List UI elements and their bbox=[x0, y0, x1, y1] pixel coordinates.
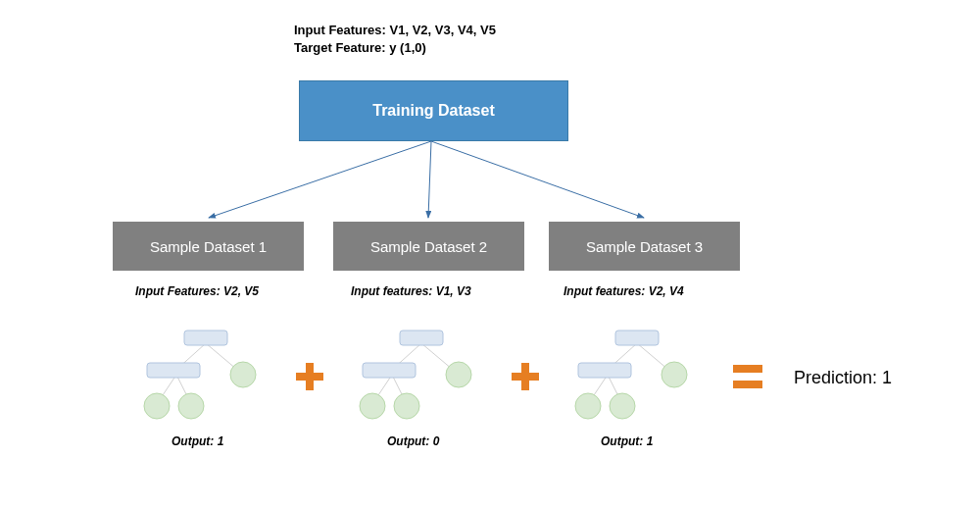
svg-point-27 bbox=[662, 362, 687, 387]
tree-3-output: Output: 1 bbox=[601, 434, 653, 448]
plus-icon bbox=[512, 363, 539, 390]
header-text: Input Features: V1, V2, V3, V4, V5 Targe… bbox=[294, 22, 496, 56]
tree-1-output: Output: 1 bbox=[172, 434, 223, 448]
training-dataset-box: Training Dataset bbox=[299, 80, 568, 141]
sample-dataset-1-box: Sample Dataset 1 bbox=[113, 222, 304, 271]
svg-rect-16 bbox=[400, 331, 443, 345]
sample-1-features: Input Features: V2, V5 bbox=[135, 284, 259, 298]
header-line2: Target Feature: y (1,0) bbox=[294, 39, 496, 57]
sample-dataset-3-box: Sample Dataset 3 bbox=[549, 222, 740, 271]
svg-point-29 bbox=[610, 393, 635, 419]
sample-3-features: Input features: V2, V4 bbox=[564, 284, 684, 298]
plus-icon bbox=[296, 363, 323, 390]
decision-tree-2 bbox=[353, 326, 490, 424]
svg-point-9 bbox=[230, 362, 256, 387]
header-line1: Input Features: V1, V2, V3, V4, V5 bbox=[294, 22, 496, 39]
svg-point-28 bbox=[575, 393, 601, 419]
svg-rect-25 bbox=[615, 331, 659, 345]
decision-tree-1 bbox=[137, 326, 274, 424]
svg-line-2 bbox=[431, 141, 644, 218]
sample-dataset-2-box: Sample Dataset 2 bbox=[333, 222, 524, 271]
sample-3-label: Sample Dataset 3 bbox=[586, 238, 703, 255]
svg-rect-26 bbox=[578, 363, 631, 378]
svg-point-18 bbox=[446, 362, 471, 387]
tree-2-output: Output: 0 bbox=[387, 434, 439, 448]
svg-line-1 bbox=[428, 141, 431, 218]
sample-2-features: Input features: V1, V3 bbox=[351, 284, 471, 298]
svg-rect-17 bbox=[363, 363, 416, 378]
sample-1-label: Sample Dataset 1 bbox=[150, 238, 267, 255]
svg-rect-8 bbox=[147, 363, 200, 378]
svg-line-0 bbox=[209, 141, 431, 218]
svg-rect-7 bbox=[184, 331, 227, 345]
svg-point-19 bbox=[360, 393, 385, 419]
equals-icon bbox=[733, 365, 762, 388]
training-dataset-label: Training Dataset bbox=[372, 102, 494, 120]
prediction-label: Prediction: 1 bbox=[794, 368, 892, 388]
svg-point-20 bbox=[394, 393, 419, 419]
svg-point-11 bbox=[178, 393, 204, 419]
sample-2-label: Sample Dataset 2 bbox=[370, 238, 487, 255]
decision-tree-3 bbox=[568, 326, 706, 424]
svg-point-10 bbox=[144, 393, 170, 419]
